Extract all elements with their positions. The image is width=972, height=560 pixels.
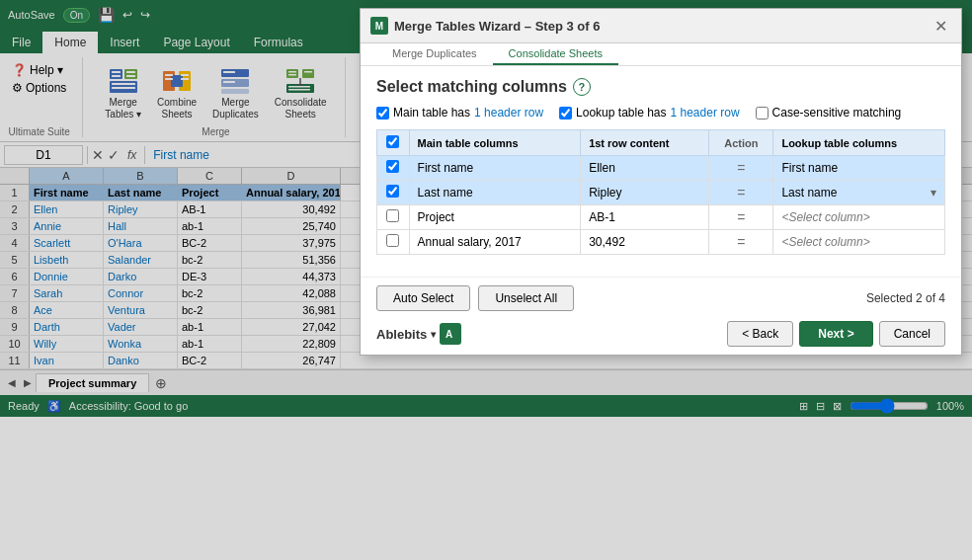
row4-lookup-col[interactable]: <Select column>: [773, 230, 945, 255]
row4-checkbox[interactable]: [386, 234, 399, 247]
matching-columns-table: Main table columns 1st row content Actio…: [376, 129, 945, 255]
select-placeholder-4: <Select column>: [781, 235, 869, 249]
lookup-header-check: Lookup table has 1 header row: [559, 106, 739, 120]
th-lookup-columns: Lookup table columns: [773, 130, 945, 156]
row1-action: =: [709, 156, 773, 181]
nav-row: Ablebits ▾ A < Back Next > Cancel: [376, 321, 945, 347]
case-sensitive-check: Case-sensitive matching: [756, 106, 902, 120]
lookup-header-label: Lookup table has: [576, 106, 666, 120]
ablebits-brand[interactable]: Ablebits ▾ A: [376, 323, 461, 345]
brand-name: Ablebits: [376, 327, 427, 342]
equals-icon2: =: [737, 185, 745, 200]
merge-tables-dialog: M Merge Tables Wizard – Step 3 of 6 ✕ Me…: [360, 8, 962, 356]
main-header-link[interactable]: 1 header row: [474, 106, 543, 120]
th-main-columns: Main table columns: [409, 130, 581, 156]
table-row: Annual salary, 2017 30,492 = <Select col…: [377, 230, 945, 255]
brand-dropdown-icon: ▾: [431, 329, 436, 340]
selected-count: Selected 2 of 4: [866, 291, 945, 305]
row2-first-row: Ripley: [581, 181, 709, 205]
ablebits-icon: A: [440, 323, 461, 345]
back-button[interactable]: < Back: [727, 321, 793, 347]
bottom-row: Auto Select Unselect All Selected 2 of 4: [376, 285, 945, 311]
main-header-label: Main table has: [393, 106, 470, 120]
equals-icon: =: [737, 160, 745, 176]
row2-checkbox[interactable]: [386, 185, 399, 198]
row3-checkbox-cell: [377, 205, 410, 230]
row2-checkbox-cell: [377, 181, 410, 205]
row4-checkbox-cell: [377, 230, 410, 255]
row1-lookup-col[interactable]: First name: [773, 156, 945, 181]
main-header-check: Main table has 1 header row: [376, 106, 543, 120]
row2-main-col[interactable]: Last name: [409, 181, 581, 205]
row4-main-col[interactable]: Annual salary, 2017: [409, 230, 581, 255]
bottom-section: Auto Select Unselect All Selected 2 of 4…: [361, 277, 961, 355]
matching-table-body: First name Ellen = First name Last name …: [377, 156, 945, 255]
heading-text: Select matching columns: [376, 78, 567, 96]
table-row: Last name Ripley = Last name ▾: [377, 181, 945, 205]
step-tabs: Merge Duplicates Consolidate Sheets: [361, 43, 961, 66]
row3-main-col[interactable]: Project: [409, 205, 581, 230]
row3-action: =: [709, 205, 773, 230]
table-row: Project AB-1 = <Select column>: [377, 205, 945, 230]
th-checkbox: [377, 130, 410, 156]
row1-main-col[interactable]: First name: [409, 156, 581, 181]
dialog-heading: Select matching columns ?: [376, 78, 945, 96]
row4-first-row: 30,492: [581, 230, 709, 255]
heading-help-icon[interactable]: ?: [573, 78, 591, 96]
th-action: Action: [709, 130, 773, 156]
auto-select-button[interactable]: Auto Select: [376, 285, 470, 311]
row2-lookup-col[interactable]: Last name ▾: [773, 181, 945, 205]
dialog-close-button[interactable]: ✕: [930, 15, 951, 37]
row4-action: =: [709, 230, 773, 255]
main-header-checkbox[interactable]: [376, 107, 389, 120]
equals-icon4: =: [737, 234, 745, 250]
row3-checkbox[interactable]: [386, 209, 399, 222]
select-placeholder-3: <Select column>: [781, 210, 869, 224]
row1-checkbox-cell: [377, 156, 410, 181]
row3-lookup-col[interactable]: <Select column>: [773, 205, 945, 230]
table-row: First name Ellen = First name: [377, 156, 945, 181]
cancel-button[interactable]: Cancel: [879, 321, 945, 347]
select-all-checkbox[interactable]: [386, 135, 399, 148]
dialog-title: Merge Tables Wizard – Step 3 of 6: [394, 19, 930, 34]
dialog-titlebar: M Merge Tables Wizard – Step 3 of 6 ✕: [361, 9, 961, 43]
svg-text:A: A: [446, 329, 452, 340]
row2-action: =: [709, 181, 773, 205]
row3-first-row: AB-1: [581, 205, 709, 230]
row1-first-row: Ellen: [581, 156, 709, 181]
step-tab-consolidate-sheets[interactable]: Consolidate Sheets: [493, 43, 618, 65]
th-1st-row: 1st row content: [581, 130, 709, 156]
lookup-header-checkbox[interactable]: [559, 107, 572, 120]
dropdown-arrow-icon[interactable]: ▾: [931, 186, 936, 200]
dialog-icon: M: [370, 17, 388, 35]
case-sensitive-label: Case-sensitive matching: [772, 106, 902, 120]
case-sensitive-checkbox[interactable]: [756, 107, 769, 120]
nav-buttons: < Back Next > Cancel: [727, 321, 945, 347]
next-button[interactable]: Next >: [799, 321, 872, 347]
row1-checkbox[interactable]: [386, 160, 399, 173]
table-header-row: Main table columns 1st row content Actio…: [377, 130, 945, 156]
lookup-header-link[interactable]: 1 header row: [671, 106, 740, 120]
step-tab-merge-duplicates[interactable]: Merge Duplicates: [376, 43, 493, 65]
checkbox-row: Main table has 1 header row Lookup table…: [376, 106, 945, 120]
unselect-all-button[interactable]: Unselect All: [478, 285, 574, 311]
equals-icon3: =: [737, 209, 745, 225]
dialog-body: Select matching columns ? Main table has…: [361, 66, 961, 277]
auto-select-buttons: Auto Select Unselect All: [376, 285, 574, 311]
